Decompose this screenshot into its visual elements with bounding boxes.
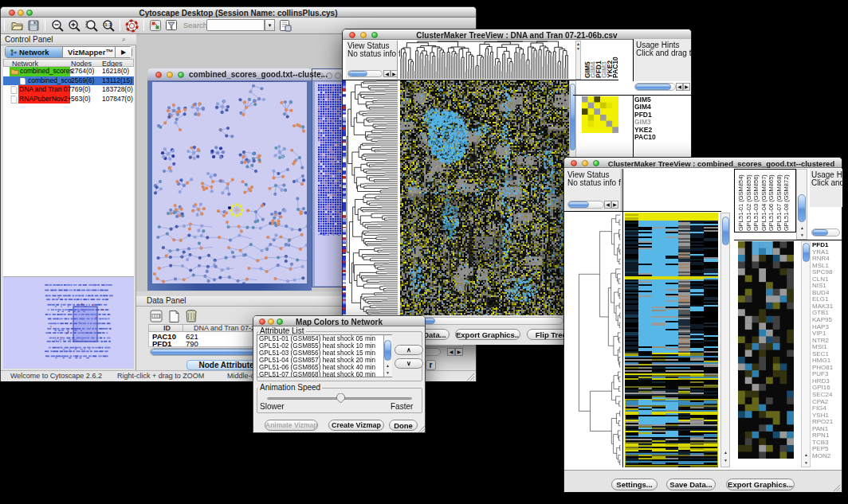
svg-text:1:1: 1:1 (104, 22, 112, 27)
